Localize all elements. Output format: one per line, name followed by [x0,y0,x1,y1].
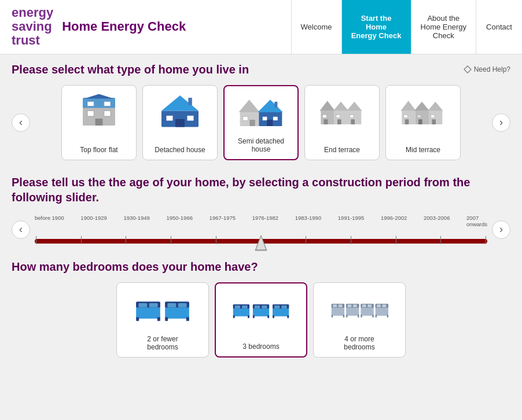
svg-rect-104 [387,315,388,318]
home-option-mid-terrace[interactable]: Mid terrace [385,85,461,160]
svg-rect-83 [333,304,337,307]
svg-rect-72 [262,305,267,308]
prev-period-button[interactable]: ‹ [12,220,30,239]
svg-rect-62 [186,317,189,321]
svg-rect-13 [175,119,185,127]
next-home-type-button[interactable]: › [492,113,510,132]
svg-rect-18 [249,120,255,126]
svg-rect-73 [253,315,255,318]
svg-rect-43 [404,115,408,117]
3-beds-icon [232,289,290,330]
logo-area: energy saving trust Home Energy Check [0,0,209,54]
svg-marker-10 [161,95,198,110]
home-type-selector: ‹ Top floor flat [12,85,510,160]
detached-house-icon [157,91,203,132]
svg-rect-74 [267,315,269,318]
svg-rect-56 [157,317,160,321]
svg-rect-61 [165,317,168,321]
svg-rect-79 [273,315,274,318]
svg-rect-98 [372,315,373,318]
svg-rect-5 [104,110,111,116]
prev-home-type-button[interactable]: ‹ [12,113,30,132]
svg-rect-78 [281,305,286,308]
logo-line1: energy [12,6,53,20]
top-floor-flat-label: Top floor flat [80,146,117,154]
section2-heading: Please tell us the the age of your home,… [12,175,510,205]
4-beds-icon [330,289,388,329]
bedroom-option-4-or-more[interactable]: 4 or morebedrooms [313,282,406,358]
mid-terrace-icon [400,91,446,132]
svg-rect-45 [431,115,435,117]
svg-rect-36 [351,119,355,124]
svg-rect-89 [347,304,351,307]
svg-rect-17 [243,116,248,120]
bedroom-section: How many bedrooms does your home have? [12,260,510,358]
slider-thumb[interactable] [254,234,268,254]
period-slider-container: before 1900 1900-1929 1930-1949 1950-196… [35,213,487,246]
bedroom-option-3[interactable]: 3 bedrooms [215,282,307,358]
2-or-fewer-label: 2 or fewerbedrooms [147,335,178,351]
diamond-icon [464,65,472,73]
main-content: Please select what type of home you live… [0,54,522,375]
need-help-button[interactable]: Need Help? [464,65,510,73]
svg-rect-47 [418,119,422,124]
svg-rect-55 [136,317,139,321]
next-period-button[interactable]: › [492,220,510,239]
svg-rect-67 [233,315,235,318]
svg-marker-40 [414,101,430,110]
semi-detached-icon [238,92,284,132]
page-title: Home Energy Check [53,19,197,34]
svg-rect-31 [323,115,327,117]
svg-rect-101 [377,304,381,307]
svg-marker-42 [428,101,443,110]
svg-marker-30 [347,101,362,110]
svg-rect-11 [166,115,173,121]
svg-rect-65 [235,305,240,308]
section1-heading-row: Please select what type of home you live… [12,63,510,76]
home-options-list: Top floor flat Detached house [35,85,487,160]
construction-period-section: Please tell us the the age of your home,… [12,175,510,246]
svg-rect-7 [104,101,111,106]
main-nav: Welcome Start the HomeEnergy Check About… [291,0,522,54]
svg-rect-12 [187,115,194,121]
section3-heading: How many bedrooms does your home have? [12,260,510,274]
svg-rect-102 [382,304,386,307]
svg-rect-90 [353,304,357,307]
home-option-end-terrace[interactable]: End terrace [304,85,380,160]
nav-welcome[interactable]: Welcome [291,0,341,54]
svg-rect-8 [95,119,103,126]
logo: energy saving trust [12,6,53,48]
svg-rect-77 [274,305,280,308]
home-option-top-floor-flat[interactable]: Top floor flat [61,85,137,160]
svg-rect-44 [417,115,421,117]
home-option-semi-detached[interactable]: Semi detached house [223,85,299,160]
nav-about[interactable]: About theHome EnergyCheck [411,0,476,54]
svg-rect-97 [361,315,362,318]
home-option-detached[interactable]: Detached house [142,85,218,160]
svg-rect-21 [262,116,267,120]
svg-marker-3 [84,94,113,98]
svg-marker-16 [238,100,259,112]
svg-rect-46 [405,119,409,124]
svg-rect-53 [138,303,147,308]
svg-rect-68 [248,315,249,318]
svg-rect-48 [432,119,436,124]
svg-marker-38 [400,101,416,110]
svg-rect-71 [255,305,260,308]
bedroom-options-list: 2 or fewerbedrooms [12,282,510,358]
svg-rect-60 [178,303,187,308]
svg-marker-50 [256,237,266,249]
bedroom-option-2-or-fewer[interactable]: 2 or fewerbedrooms [116,282,209,358]
nav-contact[interactable]: Contact [476,0,522,54]
nav-start[interactable]: Start the HomeEnergy Check [341,0,411,54]
end-terrace-label: End terrace [324,146,360,154]
svg-rect-35 [337,119,341,124]
detached-house-label: Detached house [155,146,205,154]
logo-line3: trust [12,34,53,47]
semi-detached-label: Semi detached house [230,137,292,153]
svg-rect-86 [343,315,344,318]
svg-rect-34 [324,119,328,124]
svg-rect-24 [274,101,277,107]
svg-rect-6 [87,101,94,106]
end-terrace-icon [319,91,365,132]
